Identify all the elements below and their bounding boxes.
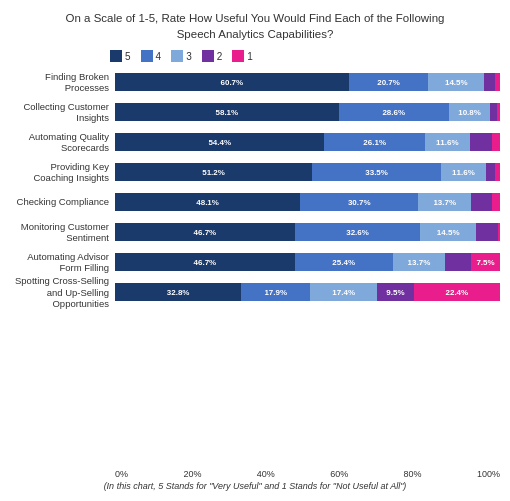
row-label: Spotting Cross-Selling and Up-Selling Op… bbox=[10, 275, 115, 309]
seg-label: 13.7% bbox=[433, 198, 456, 207]
legend: 5 4 3 2 1 bbox=[110, 50, 500, 62]
bar-segment-1: 17.9% bbox=[241, 283, 310, 301]
bar-segment-2: 11.6% bbox=[425, 133, 470, 151]
bar-segment-4 bbox=[497, 103, 500, 121]
bar-segment-1: 32.6% bbox=[295, 223, 421, 241]
bar-segment-0: 46.7% bbox=[115, 223, 295, 241]
row-label: Automating Quality Scorecards bbox=[10, 131, 115, 154]
bar-stack: 54.4%26.1%11.6% bbox=[115, 133, 500, 151]
legend-box-5 bbox=[110, 50, 122, 62]
seg-label: 14.5% bbox=[445, 78, 468, 87]
bar-segment-4 bbox=[492, 133, 500, 151]
bar-area: 48.1%30.7%13.7%5.4%2.1% bbox=[115, 192, 500, 212]
chart-footnote: (In this chart, 5 Stands for "Very Usefu… bbox=[10, 481, 500, 491]
bar-segment-0: 58.1% bbox=[115, 103, 339, 121]
seg-label: 48.1% bbox=[196, 198, 219, 207]
bar-segment-4 bbox=[498, 223, 500, 241]
legend-label-4: 4 bbox=[156, 51, 162, 62]
seg-label: 26.1% bbox=[363, 138, 386, 147]
chart-row: Monitoring Customer Sentiment46.7%32.6%1… bbox=[10, 218, 500, 246]
bar-segment-1: 20.7% bbox=[349, 73, 429, 91]
seg-label: 10.8% bbox=[458, 108, 481, 117]
seg-label: 22.4% bbox=[445, 288, 468, 297]
seg-label: 14.5% bbox=[437, 228, 460, 237]
bar-stack: 32.8%17.9%17.4%9.5%22.4% bbox=[115, 283, 500, 301]
bar-segment-4: 22.4% bbox=[414, 283, 500, 301]
chart-title: On a Scale of 1-5, Rate How Useful You W… bbox=[10, 10, 500, 42]
legend-box-1 bbox=[232, 50, 244, 62]
bar-stack: 60.7%20.7%14.5% bbox=[115, 73, 500, 91]
x-axis-label: 80% bbox=[404, 469, 422, 479]
legend-label-1: 1 bbox=[247, 51, 253, 62]
row-label: Collecting Customer Insights bbox=[10, 101, 115, 124]
bar-stack: 58.1%28.6%10.8% bbox=[115, 103, 500, 121]
seg-label: 20.7% bbox=[377, 78, 400, 87]
chart-row: Providing Key Coaching Insights51.2%33.5… bbox=[10, 158, 500, 186]
bar-segment-3 bbox=[471, 193, 492, 211]
x-axis-labels: 0%20%40%60%80%100% bbox=[115, 469, 500, 479]
bar-area: 58.1%28.6%10.8%1.7%0.8% bbox=[115, 102, 500, 122]
seg-label: 25.4% bbox=[332, 258, 355, 267]
legend-item-1: 1 bbox=[232, 50, 253, 62]
bar-area: 46.7%32.6%14.5%5.8%0.4% bbox=[115, 222, 500, 242]
bar-segment-3 bbox=[476, 223, 498, 241]
x-axis-label: 100% bbox=[477, 469, 500, 479]
legend-box-3 bbox=[171, 50, 183, 62]
chart-row: Checking Compliance48.1%30.7%13.7%5.4%2.… bbox=[10, 188, 500, 216]
bar-segment-3 bbox=[470, 133, 492, 151]
bar-segment-4 bbox=[495, 163, 500, 181]
bar-segment-0: 48.1% bbox=[115, 193, 300, 211]
bar-segment-0: 51.2% bbox=[115, 163, 312, 181]
legend-box-2 bbox=[202, 50, 214, 62]
row-label: Finding Broken Processes bbox=[10, 71, 115, 94]
row-label: Providing Key Coaching Insights bbox=[10, 161, 115, 184]
bar-segment-1: 26.1% bbox=[324, 133, 424, 151]
bar-segment-1: 25.4% bbox=[295, 253, 393, 271]
bar-segment-2: 14.5% bbox=[428, 73, 484, 91]
bar-segment-0: 46.7% bbox=[115, 253, 295, 271]
chart-row: Spotting Cross-Selling and Up-Selling Op… bbox=[10, 278, 500, 306]
row-label: Checking Compliance bbox=[10, 196, 115, 207]
bar-area: 54.4%26.1%11.6%5.8%2.1% bbox=[115, 132, 500, 152]
bar-segment-0: 60.7% bbox=[115, 73, 349, 91]
legend-item-5: 5 bbox=[110, 50, 131, 62]
bar-segment-1: 30.7% bbox=[300, 193, 418, 211]
bar-segment-4 bbox=[495, 73, 500, 91]
seg-label: 30.7% bbox=[348, 198, 371, 207]
seg-label: 58.1% bbox=[215, 108, 238, 117]
seg-label: 46.7% bbox=[194, 228, 217, 237]
seg-label: 7.5% bbox=[476, 258, 494, 267]
bar-segment-3: 9.5% bbox=[377, 283, 414, 301]
bar-segment-2: 17.4% bbox=[310, 283, 377, 301]
bar-segment-3 bbox=[486, 163, 496, 181]
seg-label: 51.2% bbox=[202, 168, 225, 177]
row-label: Monitoring Customer Sentiment bbox=[10, 221, 115, 244]
seg-label: 11.6% bbox=[436, 138, 459, 147]
seg-label: 54.4% bbox=[208, 138, 231, 147]
bar-stack: 48.1%30.7%13.7% bbox=[115, 193, 500, 211]
seg-label: 60.7% bbox=[221, 78, 244, 87]
seg-label: 11.6% bbox=[452, 168, 475, 177]
legend-item-2: 2 bbox=[202, 50, 223, 62]
x-axis: 0%20%40%60%80%100% bbox=[115, 469, 500, 479]
bar-segment-3 bbox=[484, 73, 495, 91]
bar-stack: 46.7%32.6%14.5% bbox=[115, 223, 500, 241]
bar-segment-2: 11.6% bbox=[441, 163, 486, 181]
chart-row: Finding Broken Processes60.7%20.7%14.5%2… bbox=[10, 68, 500, 96]
bar-area: 32.8%17.9%17.4%9.5%22.4% bbox=[115, 282, 500, 302]
bar-stack: 51.2%33.5%11.6% bbox=[115, 163, 500, 181]
seg-label: 28.6% bbox=[382, 108, 405, 117]
seg-label: 32.8% bbox=[167, 288, 190, 297]
bar-segment-2: 13.7% bbox=[393, 253, 446, 271]
bar-segment-4 bbox=[492, 193, 500, 211]
legend-item-3: 3 bbox=[171, 50, 192, 62]
x-axis-label: 0% bbox=[115, 469, 128, 479]
seg-label: 32.6% bbox=[346, 228, 369, 237]
seg-label: 9.5% bbox=[386, 288, 404, 297]
bar-stack: 46.7%25.4%13.7%7.5% bbox=[115, 253, 500, 271]
seg-label: 33.5% bbox=[365, 168, 388, 177]
bar-segment-2: 13.7% bbox=[418, 193, 471, 211]
bar-segment-1: 28.6% bbox=[339, 103, 449, 121]
legend-label-3: 3 bbox=[186, 51, 192, 62]
bar-segment-1: 33.5% bbox=[312, 163, 441, 181]
